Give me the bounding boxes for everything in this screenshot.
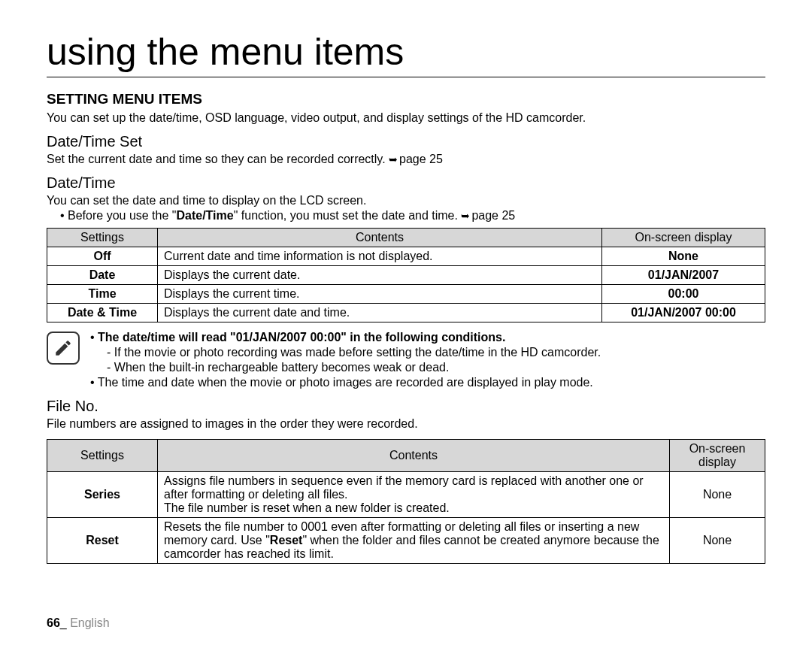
- section-heading-settings: SETTING MENU ITEMS: [47, 91, 765, 107]
- cell-setting: Time: [47, 285, 158, 304]
- table-header-row: Settings Contents On-screen display: [47, 440, 765, 472]
- page-footer: 66_ English: [47, 616, 110, 630]
- cell-contents: Current date and time information is not…: [158, 247, 602, 266]
- manual-page: using the menu items SETTING MENU ITEMS …: [0, 0, 812, 594]
- datetime-desc: You can set the date and time to display…: [47, 193, 765, 208]
- datetime-set-desc: Set the current date and time so they ca…: [47, 152, 765, 167]
- note-line2: The time and date when the movie or phot…: [101, 375, 601, 390]
- table-row: Series Assigns file numbers in sequence …: [47, 472, 765, 518]
- subheading-fileno: File No.: [47, 398, 765, 415]
- note-sub2: When the built-in rechargeable battery b…: [117, 360, 601, 375]
- note-line1-text: The date/time will read "01/JAN/2007 00:…: [98, 331, 505, 344]
- page-ref-arrow-icon: [461, 209, 471, 222]
- footer-sep: _: [60, 616, 70, 629]
- datetime-bullet-c: " function, you must set the date and ti…: [234, 209, 462, 222]
- cell-display: 01/JAN/2007 00:00: [602, 304, 765, 322]
- footer-lang: English: [70, 616, 109, 629]
- cell-setting: Date & Time: [47, 304, 158, 322]
- cell-contents: Displays the current date.: [158, 266, 602, 285]
- cell-display: None: [670, 518, 765, 564]
- th-settings: Settings: [47, 229, 158, 247]
- note-content: The date/time will read "01/JAN/2007 00:…: [87, 330, 601, 390]
- note-line1: The date/time will read "01/JAN/2007 00:…: [101, 330, 601, 375]
- datetime-bullet-ref: page 25: [471, 209, 515, 222]
- pencil-note-icon: [53, 338, 73, 358]
- datetime-set-desc-ref: page 25: [399, 153, 443, 165]
- datetime-set-desc-text: Set the current date and time so they ca…: [47, 153, 389, 165]
- subheading-datetime-set: Date/Time Set: [47, 133, 765, 150]
- note-sub1: If the movie or photo recording was made…: [117, 345, 601, 360]
- th-display: On-screen display: [670, 440, 765, 472]
- table-row: Off Current date and time information is…: [47, 247, 765, 266]
- table-row: Reset Resets the file number to 0001 eve…: [47, 518, 765, 564]
- cell-display: 00:00: [602, 285, 765, 304]
- table-row: Time Displays the current time. 00:00: [47, 285, 765, 304]
- datetime-bullet: Before you use the "Date/Time" function,…: [60, 208, 765, 223]
- datetime-bullet-a: Before you use the ": [68, 209, 176, 222]
- table-row: Date Displays the current date. 01/JAN/2…: [47, 266, 765, 285]
- table-header-row: Settings Contents On-screen display: [47, 229, 765, 247]
- cell-display: None: [670, 472, 765, 518]
- th-settings: Settings: [47, 440, 158, 472]
- cell-display: 01/JAN/2007: [602, 266, 765, 285]
- page-number: 66: [47, 616, 60, 629]
- cell-contents: Displays the current date and time.: [158, 304, 602, 322]
- note-icon: [47, 332, 80, 365]
- th-contents: Contents: [158, 229, 602, 247]
- datetime-bullet-b: Date/Time: [176, 209, 233, 222]
- cell-contents: Assigns file numbers in sequence even if…: [158, 472, 670, 518]
- fileno-table: Settings Contents On-screen display Seri…: [47, 439, 765, 564]
- cell-display: None: [602, 247, 765, 266]
- subheading-datetime: Date/Time: [47, 174, 765, 192]
- cell-setting: Series: [47, 472, 158, 518]
- fileno-desc: File numbers are assigned to images in t…: [47, 416, 765, 431]
- th-display-b: display: [698, 456, 736, 468]
- page-ref-arrow-icon: [389, 153, 399, 165]
- section-intro: You can set up the date/time, OSD langua…: [47, 111, 765, 126]
- page-title: using the menu items: [47, 30, 765, 77]
- cell-setting: Date: [47, 266, 158, 285]
- datetime-table: Settings Contents On-screen display Off …: [47, 228, 765, 322]
- cell-contents: Resets the file number to 0001 even afte…: [158, 518, 670, 564]
- cell-contents: Displays the current time.: [158, 285, 602, 304]
- cell-contents-b: Reset: [270, 534, 303, 547]
- th-display-a: On-screen: [689, 442, 746, 455]
- cell-setting: Off: [47, 247, 158, 266]
- th-contents: Contents: [158, 440, 670, 472]
- cell-setting: Reset: [47, 518, 158, 564]
- note-block: The date/time will read "01/JAN/2007 00:…: [47, 330, 765, 390]
- th-display: On-screen display: [602, 229, 765, 247]
- table-row: Date & Time Displays the current date an…: [47, 304, 765, 322]
